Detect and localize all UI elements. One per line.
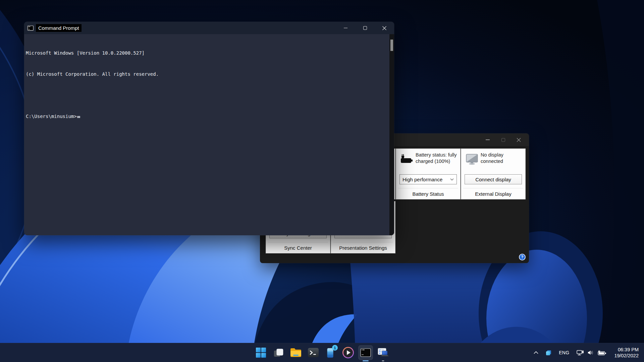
notification-badge: 1 [332,345,338,351]
command-prompt-taskbar-button[interactable] [358,345,373,360]
quick-settings-button[interactable] [574,346,609,359]
display-tile-label: External Display [463,188,523,199]
volume-icon [588,350,594,355]
presentation-tile-label: Presentation Settings [333,242,393,253]
mobility-center-taskbar-button[interactable] [376,345,390,360]
mobility-minimize-button[interactable] [480,133,495,146]
mobility-center-icon [377,347,389,358]
battery-icon [400,154,414,164]
monitor-icon [465,154,479,165]
cmd-maximize-button[interactable] [355,22,375,34]
network-icon [577,350,584,356]
desktop: Battery status: fully charged (100%) Hig… [0,0,644,362]
windows-logo-icon [256,347,266,358]
console-line: Microsoft Windows [Version 10.0.22000.52… [26,50,389,57]
mobility-close-button[interactable] [511,133,526,146]
battery-status-text: Battery status: fully charged (100%) [416,152,458,165]
file-explorer-button[interactable] [288,345,303,360]
close-icon [517,138,521,142]
battery-status-tile: Battery status: fully charged (100%) Hig… [396,148,461,199]
show-hidden-icons-button[interactable] [531,346,541,359]
external-display-tile: No display connected Connect display Ext… [461,148,526,199]
media-player-icon [342,346,355,359]
power-plan-dropdown[interactable]: High performance [399,174,457,184]
tray-clock[interactable]: 06:39 PM 19/02/2022 [614,347,639,359]
scrollbar-track[interactable] [389,34,394,235]
cmd-titlebar[interactable]: Command Prompt [24,22,394,34]
sync-tile-label: Sync Center [268,242,328,253]
taskbar-center-icons: 1 [254,343,390,362]
minimize-icon [344,28,347,28]
maximize-icon [363,26,367,30]
folder-icon [290,348,302,358]
help-button[interactable]: ? [519,254,526,260]
cmd-close-button[interactable] [375,22,394,34]
phone-link-button[interactable]: 1 [323,345,338,360]
media-player-button[interactable] [341,345,356,360]
power-plan-value: High performance [402,177,442,182]
console-line: (c) Microsoft Corporation. All rights re… [26,71,389,78]
prompt-text: C:\Users\minusium> [26,114,77,119]
display-status-text: No display connected [481,152,523,165]
language-indicator[interactable]: ENG [556,346,572,359]
system-tray: ENG [531,343,644,362]
text-cursor [77,116,80,118]
scrollbar-thumb[interactable] [390,40,393,51]
start-button[interactable] [254,345,268,360]
active-indicator [363,360,369,361]
battery-charging-icon [598,350,606,356]
console-output[interactable]: Microsoft Windows [Version 10.0.22000.52… [24,34,389,235]
task-view-icon [273,347,284,358]
maximize-icon [501,138,505,142]
close-icon [382,26,387,31]
terminal-icon [308,348,319,358]
terminal-button[interactable] [306,345,321,360]
minimize-icon [486,139,490,140]
tray-date: 19/02/2022 [614,353,639,359]
battery-tile-label: Battery Status [398,188,458,199]
window-title: Command Prompt [36,24,82,32]
cmd-minimize-button[interactable] [336,22,355,34]
connect-display-button[interactable]: Connect display [465,174,522,184]
blue-squares-icon [545,349,552,356]
command-prompt-window: Command Prompt Microsoft Windows [Versio… [24,22,394,235]
taskbar: 1 [0,343,644,362]
cmd-app-icon [28,25,34,31]
mobility-maximize-button[interactable] [495,133,511,146]
cmd-icon [360,348,371,358]
console-blank-line [26,92,389,99]
tray-app-button[interactable] [543,346,554,359]
running-indicator [382,360,384,361]
task-view-button[interactable] [271,345,286,360]
console-prompt-line: C:\Users\minusium> [26,113,389,120]
chevron-down-icon [450,178,454,181]
chevron-up-icon [534,351,538,354]
tray-time: 06:39 PM [614,347,639,353]
